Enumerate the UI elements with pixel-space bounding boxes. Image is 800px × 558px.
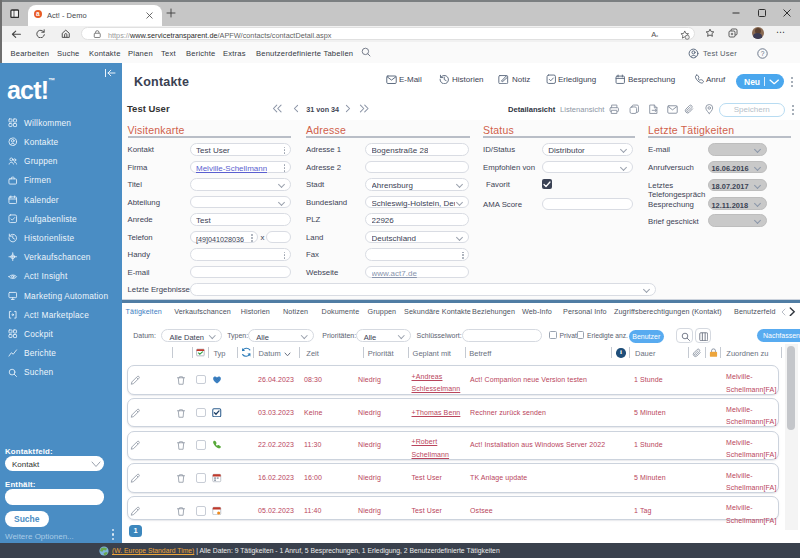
svg-text:?: ? <box>761 49 765 56</box>
